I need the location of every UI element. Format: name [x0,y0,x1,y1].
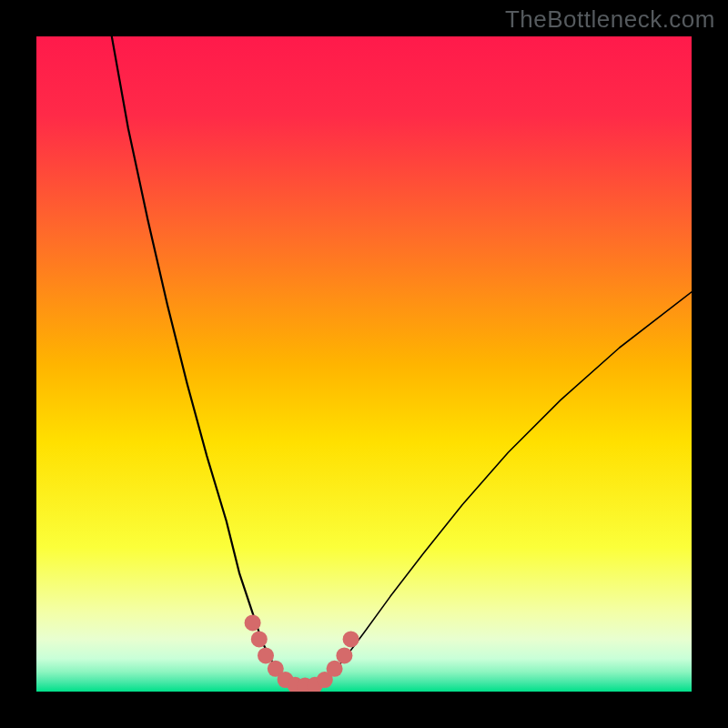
watermark-text: TheBottleneck.com [505,5,715,34]
marker-dot [343,631,359,647]
bottleneck-curve [36,36,692,692]
marker-dot [258,647,274,663]
marker-dot [327,661,343,677]
marker-dot [251,631,268,647]
marker-dot [245,614,261,631]
marker-dot [336,647,352,663]
plot-area [36,36,692,692]
curve-left-branch [112,36,282,679]
chart-frame: TheBottleneck.com [0,0,728,728]
curve-right-branch [328,292,692,679]
